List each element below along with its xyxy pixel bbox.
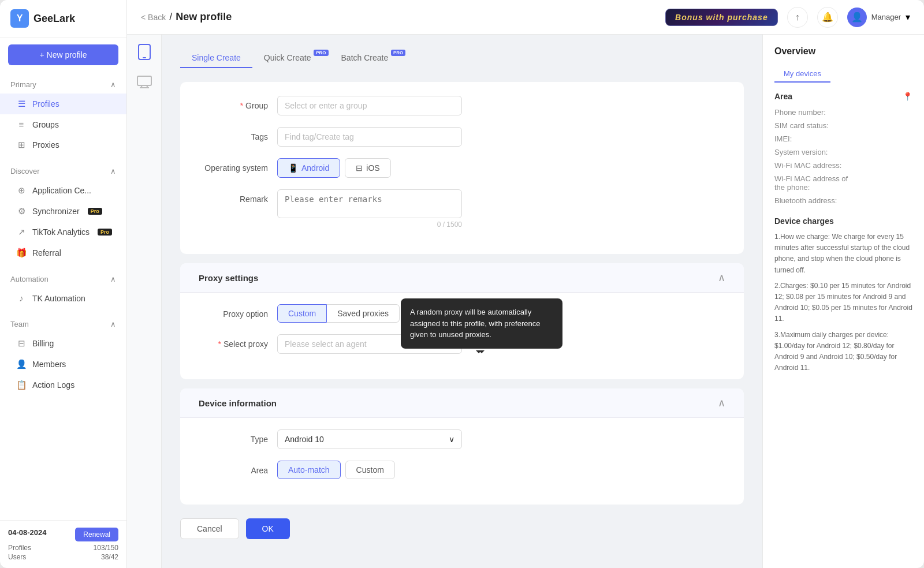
os-row: Operating system 📱 Android ⊟ iOS xyxy=(199,158,725,178)
avatar: 👤 xyxy=(847,8,867,27)
chevron-down-icon: ∨ xyxy=(449,435,454,444)
sidebar-footer: 04-08-2024 Renewal Profiles 103/150 User… xyxy=(0,520,126,568)
mobile-device-icon[interactable] xyxy=(134,42,155,62)
charge-text-1: 1.How we charge: We charge for every 15 … xyxy=(774,231,912,276)
area-custom-button[interactable]: Custom xyxy=(345,461,395,479)
users-stat-label: Users xyxy=(8,553,26,561)
type-select[interactable]: Android 10 ∨ xyxy=(277,429,462,449)
device-info-collapse-icon[interactable]: ∧ xyxy=(718,397,725,409)
quick-create-badge: Pro xyxy=(314,50,328,56)
tab-single-create[interactable]: Single Create xyxy=(180,48,252,68)
field-label: System version: xyxy=(774,148,855,156)
charge-text-3: 3.Maximum daily charges per device: $1.0… xyxy=(774,330,912,374)
remark-row: Remark 0 / 1500 xyxy=(199,189,725,229)
area-auto-button[interactable]: Auto-match xyxy=(277,461,341,479)
os-ios-button[interactable]: ⊟ iOS xyxy=(345,158,390,178)
referral-icon: 🎁 xyxy=(16,248,27,258)
sidebar-item-app-center[interactable]: ⊕ Application Ce... xyxy=(0,180,126,201)
notifications-button[interactable]: 🔔 xyxy=(817,7,838,28)
chevron-down-icon: ▾ xyxy=(906,12,910,23)
tags-input[interactable] xyxy=(277,127,462,147)
device-info-header: Device information ∧ xyxy=(180,388,744,418)
sidebar-item-members[interactable]: 👤 Members xyxy=(0,354,126,375)
sidebar-team-header[interactable]: Team ∧ xyxy=(0,315,126,333)
new-profile-button[interactable]: + New profile xyxy=(8,44,118,65)
cancel-button[interactable]: Cancel xyxy=(180,518,239,539)
form-actions: Cancel OK xyxy=(180,514,744,553)
area-row: Area Auto-match Custom xyxy=(199,461,725,479)
bell-icon: 🔔 xyxy=(822,12,833,23)
remark-input[interactable] xyxy=(277,189,462,218)
tab-batch-create[interactable]: Batch Create Pro xyxy=(330,48,407,68)
users-stat: Users 38/42 xyxy=(8,553,118,561)
remark-label: Remark xyxy=(199,189,268,204)
proxy-custom-button[interactable]: Custom xyxy=(277,304,327,323)
sidebar-item-billing[interactable]: ⊟ Billing xyxy=(0,333,126,354)
tab-my-devices[interactable]: My devices xyxy=(774,66,830,83)
user-menu[interactable]: 👤 Manager ▾ xyxy=(847,8,910,27)
upload-button[interactable]: ↑ xyxy=(787,7,808,28)
sidebar-item-groups[interactable]: ≡ Groups xyxy=(0,114,126,134)
tk-automation-icon: ♪ xyxy=(16,293,27,303)
area-label: Area xyxy=(199,461,268,475)
ok-button[interactable]: OK xyxy=(246,518,290,539)
proxy-option-label: Proxy option xyxy=(199,304,268,319)
main-content: < Back / New profile Bonus with purchase… xyxy=(127,0,924,568)
tiktok-pro-badge: Pro xyxy=(98,229,112,236)
sidebar-discover-header[interactable]: Discover ∧ xyxy=(0,162,126,180)
group-input[interactable] xyxy=(277,96,462,115)
overview-field: IMEI: xyxy=(774,134,912,143)
sidebar-item-referral[interactable]: 🎁 Referral xyxy=(0,242,126,263)
batch-create-badge: Pro xyxy=(391,50,405,56)
form-area: Single Create Quick Create Pro Batch Cre… xyxy=(162,35,762,568)
type-label: Type xyxy=(199,429,268,444)
sidebar-date: 04-08-2024 xyxy=(8,528,47,537)
char-count: 0 / 1500 xyxy=(277,221,462,229)
back-link[interactable]: < Back xyxy=(141,13,166,22)
proxy-collapse-icon[interactable]: ∧ xyxy=(718,271,725,284)
profiles-stat-label: Profiles xyxy=(8,544,31,552)
promo-banner[interactable]: Bonus with purchase xyxy=(665,9,778,26)
device-info-body: Type Android 10 ∨ Area xyxy=(180,418,744,505)
sidebar-item-synchronizer[interactable]: ⚙ Synchronizer Pro xyxy=(0,201,126,222)
main-form-card: Group Tags Operating syste xyxy=(180,82,744,254)
action-logs-icon: 📋 xyxy=(16,380,27,390)
top-nav: < Back / New profile Bonus with purchase… xyxy=(127,0,924,35)
profiles-icon: ☰ xyxy=(16,99,27,109)
overview-field: SIM card status: xyxy=(774,121,912,130)
overview-field: System version: xyxy=(774,148,912,156)
group-row: Group xyxy=(199,96,725,115)
logo: Y GeeLark xyxy=(0,0,126,38)
proxy-settings-body: Proxy option Custom Saved proxies A rand… xyxy=(180,293,744,379)
billing-icon: ⊟ xyxy=(16,338,27,349)
page-title: New profile xyxy=(176,11,232,23)
proxy-saved-button[interactable]: Saved proxies xyxy=(327,304,400,323)
user-icon: 👤 xyxy=(851,12,863,23)
app-center-icon: ⊕ xyxy=(16,185,27,196)
synchronizer-icon: ⚙ xyxy=(16,206,27,216)
proxy-select-placeholder: Please select an agent xyxy=(285,339,367,349)
overview-title: Overview xyxy=(774,46,912,57)
profiles-stat-value: 103/150 xyxy=(94,544,118,552)
proxy-settings-card: Proxy settings ∧ Proxy option Custom Sav… xyxy=(180,263,744,379)
type-row: Type Android 10 ∨ xyxy=(199,429,725,449)
proxies-icon: ⊞ xyxy=(16,140,27,150)
renewal-button[interactable]: Renewal xyxy=(75,528,118,541)
sidebar-item-profiles[interactable]: ☰ Profiles xyxy=(0,94,126,114)
sidebar-item-proxies[interactable]: ⊞ Proxies xyxy=(0,134,126,155)
os-android-button[interactable]: 📱 Android xyxy=(277,158,340,178)
svg-rect-2 xyxy=(137,76,151,85)
sidebar-item-action-logs[interactable]: 📋 Action Logs xyxy=(0,375,126,395)
field-label: Wi-Fi MAC address: xyxy=(774,161,855,170)
group-label: Group xyxy=(199,96,268,110)
desktop-device-icon[interactable] xyxy=(134,72,155,92)
sidebar-item-tk-automation[interactable]: ♪ TK Automation xyxy=(0,288,126,308)
os-buttons: 📱 Android ⊟ iOS xyxy=(277,158,391,178)
groups-icon: ≡ xyxy=(16,119,27,129)
field-label: SIM card status: xyxy=(774,121,855,130)
tab-quick-create[interactable]: Quick Create Pro xyxy=(252,48,330,68)
sidebar-primary-header[interactable]: Primary ∧ xyxy=(0,76,126,94)
sidebar-automation-header[interactable]: Automation ∧ xyxy=(0,270,126,288)
sidebar-item-tiktok[interactable]: ↗ TikTok Analytics Pro xyxy=(0,222,126,242)
overview-field: Phone number: xyxy=(774,108,912,117)
